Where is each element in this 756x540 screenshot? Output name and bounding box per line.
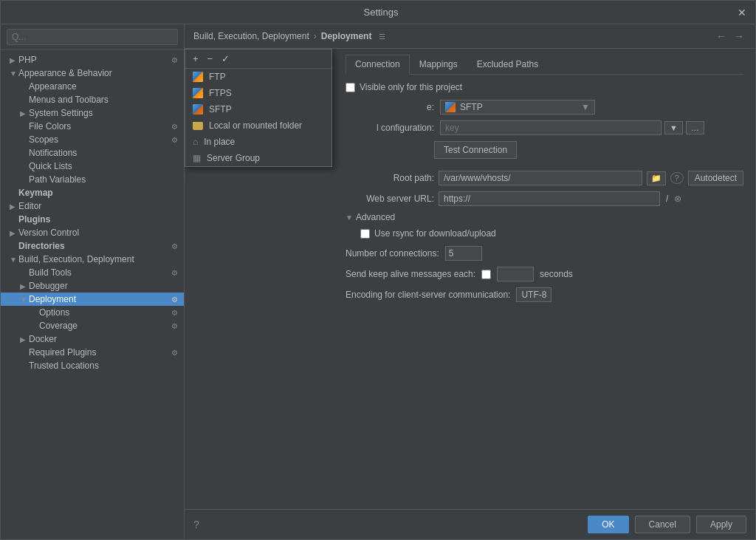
remove-server-button[interactable]: − [205, 52, 216, 65]
web-url-label: Web server URL: [346, 194, 434, 204]
web-url-clear-button[interactable]: ⊗ [674, 194, 681, 204]
sidebar-item-path-variables[interactable]: Path Variables [1, 173, 184, 186]
tab-mappings[interactable]: Mappings [410, 55, 467, 74]
autodetect-button[interactable]: Autodetect [688, 171, 743, 185]
server-item-local-folder[interactable]: Local or mounted folder [185, 117, 331, 134]
sidebar-item-notifications[interactable]: Notifications [1, 146, 184, 160]
server-item-ftp[interactable]: FTP [185, 69, 331, 85]
ssh-control-group: ▼ … [440, 120, 704, 135]
sidebar-item-php[interactable]: ▶ PHP ⚙ [1, 53, 184, 66]
keepalive-input[interactable] [497, 267, 534, 281]
forward-button[interactable]: → [732, 30, 746, 42]
gear-icon: ⚙ [171, 309, 178, 317]
ok-button[interactable]: OK [588, 516, 628, 533]
root-path-input[interactable] [439, 171, 642, 185]
server-item-sftp[interactable]: SFTP [185, 101, 331, 117]
root-path-help-button[interactable]: ? [670, 172, 684, 184]
ssh-dropdown-btn[interactable]: ▼ [664, 121, 683, 134]
sidebar-item-system-settings[interactable]: ▶ System Settings [1, 106, 184, 120]
ssh-config-input[interactable] [440, 120, 662, 135]
visible-only-checkbox[interactable] [346, 83, 355, 92]
sidebar-item-plugins[interactable]: Plugins [1, 213, 184, 226]
sidebar-item-build-exec-deploy[interactable]: ▼ Build, Execution, Deployment [1, 253, 184, 266]
menu-icon[interactable]: ☰ [379, 33, 385, 41]
gear-icon: ⚙ [171, 136, 178, 144]
sidebar-item-label: Required Plugins [29, 347, 168, 358]
sidebar-item-label: Build, Execution, Deployment [18, 254, 178, 264]
server-item-server-group[interactable]: ▦ Server Group [185, 150, 331, 166]
sidebar-item-label: Editor [18, 201, 178, 211]
server-item-label: In place [204, 137, 235, 147]
sidebar: ▶ PHP ⚙ ▼ Appearance & Behavior Appearan… [1, 24, 185, 539]
tab-excluded-paths[interactable]: Excluded Paths [467, 55, 548, 74]
sidebar-tree: ▶ PHP ⚙ ▼ Appearance & Behavior Appearan… [1, 50, 184, 539]
sidebar-item-appearance-behavior[interactable]: ▼ Appearance & Behavior [1, 66, 184, 80]
help-button[interactable]: ? [193, 519, 199, 530]
bottom-actions: OK Cancel Apply [588, 516, 746, 533]
main-content: + − ✓ FTP FTPS SFTP [185, 49, 755, 509]
check-server-button[interactable]: ✓ [219, 52, 233, 65]
test-connection-button[interactable]: Test Connection [434, 141, 517, 159]
gear-icon: ⚙ [171, 123, 178, 131]
sidebar-item-file-colors[interactable]: File Colors ⚙ [1, 120, 184, 133]
web-url-input[interactable] [439, 191, 660, 206]
sidebar-item-appearance[interactable]: Appearance [1, 80, 184, 93]
search-box [1, 24, 184, 50]
server-item-in-place[interactable]: ⌂ In place [185, 134, 331, 150]
dialog-title: Settings [24, 7, 738, 18]
sidebar-item-label: Scopes [29, 134, 168, 145]
sidebar-item-debugger[interactable]: ▶ Debugger [1, 279, 184, 293]
sidebar-item-label: Debugger [29, 281, 178, 291]
type-combobox[interactable]: SFTP ▼ [440, 100, 595, 115]
rsync-row: Use rsync for download/upload [346, 228, 743, 239]
cancel-button[interactable]: Cancel [635, 516, 690, 533]
sidebar-item-label: System Settings [29, 108, 178, 118]
sidebar-item-editor[interactable]: ▶ Editor [1, 199, 184, 213]
sidebar-item-menus-toolbars[interactable]: Menus and Toolbars [1, 93, 184, 106]
advanced-section-header[interactable]: ▼ Advanced [346, 212, 743, 222]
arrow-icon: ▶ [20, 282, 27, 290]
add-server-button[interactable]: + [190, 52, 202, 65]
sidebar-item-deployment[interactable]: ▼ Deployment ⚙ [1, 293, 184, 306]
sidebar-item-label: Keymap [18, 188, 178, 198]
connections-input[interactable] [445, 246, 482, 261]
close-button[interactable]: ✕ [738, 7, 746, 18]
rsync-checkbox[interactable] [360, 229, 370, 239]
sidebar-item-keymap[interactable]: Keymap [1, 186, 184, 199]
sidebar-item-trusted-locations[interactable]: Trusted Locations [1, 359, 184, 372]
sidebar-item-required-plugins[interactable]: Required Plugins ⚙ [1, 346, 184, 359]
sidebar-item-label: Quick Lists [29, 161, 178, 171]
sidebar-item-scopes[interactable]: Scopes ⚙ [1, 133, 184, 146]
arrow-icon: ▶ [10, 229, 17, 237]
apply-button[interactable]: Apply [696, 516, 746, 533]
tab-connection[interactable]: Connection [346, 55, 410, 75]
sidebar-item-coverage[interactable]: Coverage ⚙ [1, 319, 184, 332]
advanced-arrow-icon: ▼ [346, 213, 353, 222]
ssh-config-btn[interactable]: … [686, 121, 704, 134]
sidebar-item-label: Appearance & Behavior [18, 68, 178, 78]
server-dropdown: + − ✓ FTP FTPS SFTP [185, 49, 332, 167]
sidebar-item-label: Coverage [39, 321, 168, 331]
keepalive-checkbox[interactable] [481, 270, 491, 279]
search-input[interactable] [7, 29, 178, 45]
sidebar-item-docker[interactable]: ▶ Docker [1, 332, 184, 346]
server-item-ftps[interactable]: FTPS [185, 85, 331, 101]
sidebar-item-label: Notifications [29, 148, 178, 158]
folder-icon [193, 122, 203, 130]
sidebar-item-quick-lists[interactable]: Quick Lists [1, 160, 184, 173]
sidebar-item-label: Deployment [29, 294, 168, 304]
type-label: e: [346, 102, 434, 112]
back-button[interactable]: ← [714, 30, 729, 42]
arrow-icon: ▶ [20, 335, 27, 344]
gear-icon: ⚙ [171, 322, 178, 330]
sidebar-item-directories[interactable]: Directories ⚙ [1, 239, 184, 253]
visible-only-label: Visible only for this project [360, 82, 462, 92]
root-path-row: Root path: 📁 ? Autodetect [346, 171, 743, 185]
rsync-label: Use rsync for download/upload [374, 228, 496, 239]
sidebar-item-build-tools[interactable]: Build Tools ⚙ [1, 266, 184, 279]
sidebar-item-version-control[interactable]: ▶ Version Control [1, 226, 184, 239]
browse-root-button[interactable]: 📁 [647, 171, 666, 185]
breadcrumb-current: Deployment [321, 31, 372, 41]
type-row: e: SFTP ▼ [346, 100, 743, 115]
sidebar-item-options[interactable]: Options ⚙ [1, 306, 184, 319]
